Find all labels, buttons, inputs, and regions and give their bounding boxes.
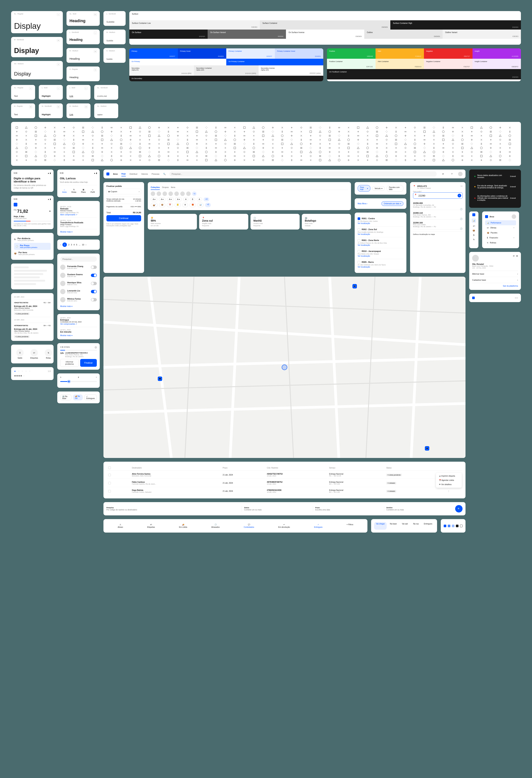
help-icon[interactable]: ? — [449, 171, 454, 176]
route-checkbox[interactable] — [358, 250, 360, 253]
address-result[interactable]: 22290-000Av. Bernardo Guimarães, 99 Bota… — [413, 200, 463, 210]
slider[interactable] — [60, 381, 97, 382]
menu-details[interactable]: 👁 Ver detalhes — [437, 482, 461, 487]
refresh-icon[interactable]: ⟳ — [440, 171, 446, 176]
page-10[interactable]: 10 — [82, 244, 84, 246]
nav-distribuir[interactable]: Distribuir — [130, 172, 137, 176]
more-filters[interactable]: Mais filtros › — [358, 203, 368, 205]
star-icon[interactable]: ★ — [14, 370, 17, 373]
map-pin[interactable] — [353, 284, 357, 289]
map-pin[interactable] — [425, 446, 429, 451]
row-checkbox[interactable] — [108, 482, 111, 484]
sidebar-item-financeiro[interactable]: $Financeiro▾ — [485, 235, 516, 240]
row-checkbox[interactable] — [108, 474, 111, 476]
page-2[interactable]: 2 — [68, 244, 69, 246]
receipts-link[interactable]: Ver comprovantes ↗ — [60, 323, 77, 325]
star-icon[interactable]: ☆ — [25, 370, 28, 373]
select-all-checkbox[interactable] — [108, 466, 111, 469]
sidebar-item-pacotes[interactable]: 📦Pacotes — [485, 230, 516, 235]
tab-itens[interactable]: Itens — [171, 185, 175, 190]
tab-na-rua[interactable]: Na rua — [411, 522, 421, 530]
filter-missing[interactable]: Pacotes com falta — [387, 185, 404, 192]
person-row[interactable]: Fernanda ChangEstá de carro — [60, 263, 97, 271]
logout-link[interactable]: Sair da plataforma — [472, 285, 518, 287]
sort-items[interactable]: 📦Por itensMais pacotes primeiro — [14, 250, 51, 257]
continue-btn[interactable]: Continuar — [106, 215, 141, 221]
next-icon[interactable]: › — [86, 244, 86, 246]
tab-atraso[interactable]: ⚠Atraso — [116, 522, 125, 530]
more-icon[interactable]: ⋮ — [448, 490, 450, 492]
sort-dropdown[interactable]: Ordenado por data ▾ — [381, 201, 403, 206]
sort-distance[interactable]: ⇅Por distânciaMais próximo primeiro — [14, 236, 51, 243]
person-row[interactable]: Leonardo LiuEstá de moto — [60, 288, 97, 296]
show-more-link[interactable]: Mostrar mais ▾ — [60, 231, 97, 233]
search-dest-input[interactable] — [386, 509, 453, 511]
icon-chip[interactable]: 🎁 — [189, 203, 196, 207]
tab-vai-sair[interactable]: Vai sair — [400, 522, 410, 530]
add-btn[interactable]: + — [458, 194, 461, 198]
tab-entregues[interactable]: ✓Entregues — [312, 522, 325, 530]
side-performance-icon[interactable]: 📊 — [472, 219, 476, 223]
nav-pessoas[interactable]: Pessoas — [152, 172, 159, 176]
tab-coleta[interactable]: 🚚Em coleta — [177, 522, 189, 530]
filter-vehicle[interactable]: Veículo ▾ — [372, 186, 385, 191]
toast-action[interactable]: Entendi — [510, 197, 516, 199]
seg-entregues[interactable]: ✓ Entregues — [84, 394, 97, 400]
row-checkbox[interactable] — [108, 490, 111, 492]
refresh-icon[interactable]: ⟳ — [513, 255, 515, 261]
table-row[interactable]: Aline Ferreira SantosBelvedere, Belo Hor… — [107, 471, 462, 479]
route-item[interactable]: R010 - JacarepaguáRua Maria Lima 239, Ta… — [358, 248, 403, 259]
search-status-input[interactable] — [244, 509, 310, 511]
tab-saldo[interactable]: $Saldo — [14, 347, 26, 361]
edit-icon[interactable]: 〰 — [460, 185, 463, 189]
menu-print[interactable]: 🖨 Imprimir etiqueta — [437, 474, 461, 478]
toggle[interactable] — [91, 282, 97, 285]
page-1[interactable]: 1 — [62, 242, 67, 247]
map-view[interactable] — [103, 277, 465, 458]
view-location-link[interactable]: Ver localização — [358, 255, 370, 257]
menu-schedule[interactable]: 📅 Agendar coleta — [437, 478, 461, 482]
finalize-btn[interactable]: Finalizar — [80, 359, 97, 367]
tab-inicio[interactable]: ⌂Início — [60, 187, 69, 194]
star-icon[interactable]: ☆ — [21, 370, 24, 373]
tab-plano[interactable]: ▦Plano — [79, 187, 88, 194]
toggle[interactable] — [91, 274, 97, 277]
sidebar-item-rotinas[interactable]: ↻Rotinas — [485, 240, 516, 245]
sort-deadline[interactable]: 🕐Por PrazoMais prioritário primeiro — [14, 243, 51, 250]
icon-chip[interactable]: 📊 — [197, 203, 204, 207]
tab-perfil[interactable]: ☺Perfil — [88, 187, 97, 194]
tab-contestados[interactable]: 💬Contestados — [242, 522, 256, 530]
side-packages-icon[interactable]: 📦 — [472, 229, 475, 232]
sidebar-item-performance[interactable]: 📊Performance — [485, 220, 516, 225]
user-avatar[interactable] — [512, 214, 516, 219]
tab-etiquetas[interactable]: 🏷Etiquetas — [28, 347, 40, 361]
letter-chip[interactable]: A — [183, 198, 188, 201]
address-result[interactable]: 22280-110Rua Álvaro Ramos, 450 Botafogo,… — [413, 210, 463, 220]
route-checkbox[interactable] — [358, 228, 360, 231]
route-checkbox[interactable] — [358, 217, 360, 220]
route-checkbox[interactable] — [358, 261, 360, 263]
tab-na-base[interactable]: Na base — [388, 522, 399, 530]
tab-grupos[interactable]: Grupos — [162, 185, 169, 190]
letter-chip[interactable]: A ▾ — [159, 198, 165, 201]
letter-chip[interactable]: A ▾ — [167, 198, 174, 201]
table-row[interactable]: Fábio CardosoFazenda Gaúcho, Rio de Jane… — [107, 479, 462, 487]
page-5[interactable]: 5 — [76, 244, 77, 246]
search-date-input[interactable] — [315, 509, 382, 511]
tab-devolucao[interactable]: ↩Em devolução — [276, 522, 292, 530]
tab-rotas[interactable]: ⇅Rotas — [69, 187, 78, 194]
map-define-link[interactable]: Defina a localização no mapa — [413, 233, 463, 235]
filter-today[interactable]: Para hoje ▾ — [358, 185, 370, 192]
seg-rua[interactable]: 🚚 Na rua — [73, 394, 83, 400]
table-row[interactable]: Hugo BatistaFazenda Coutos, Salvador21 a… — [107, 487, 462, 495]
route-item[interactable]: R001 - CentroAv. Rio Branco 156, CentroV… — [358, 216, 403, 226]
info-icon[interactable]: ⓘ — [95, 346, 97, 349]
toast-action[interactable]: Entendi — [510, 175, 516, 177]
tab-vai-chegar[interactable]: Vai chegar — [374, 522, 386, 530]
switch-base[interactable]: Alternar base› — [472, 273, 518, 275]
route-item[interactable]: R002 - Zona SulRua Arnaldo Quintela 34, … — [358, 226, 403, 237]
icon-chip[interactable]: 📅 — [167, 203, 173, 207]
show-more-link[interactable]: Mostrar mais ▾ — [60, 334, 97, 336]
person-row[interactable]: Henrique SilvaEstá de moto — [60, 280, 97, 288]
map-pin[interactable] — [158, 377, 162, 381]
